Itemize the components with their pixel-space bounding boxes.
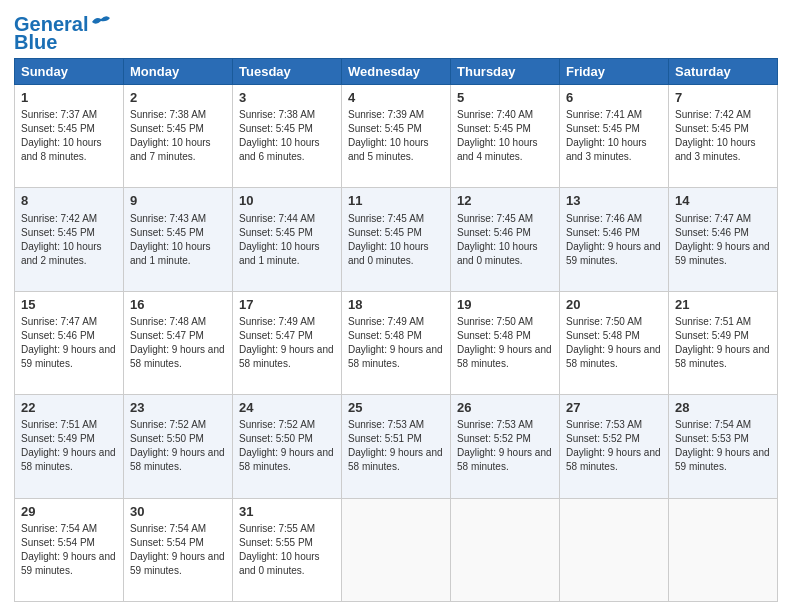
day-number: 19 xyxy=(457,296,553,314)
calendar-header-row: SundayMondayTuesdayWednesdayThursdayFrid… xyxy=(15,59,778,85)
logo-blue-text: Blue xyxy=(14,32,57,52)
sunrise-text: Sunrise: 7:55 AM xyxy=(239,523,315,534)
daylight-text: Daylight: 9 hours and 58 minutes. xyxy=(21,447,116,472)
day-number: 30 xyxy=(130,503,226,521)
sunrise-text: Sunrise: 7:53 AM xyxy=(348,419,424,430)
day-number: 26 xyxy=(457,399,553,417)
sunrise-text: Sunrise: 7:40 AM xyxy=(457,109,533,120)
day-number: 8 xyxy=(21,192,117,210)
daylight-text: Daylight: 9 hours and 59 minutes. xyxy=(675,241,770,266)
sunrise-text: Sunrise: 7:49 AM xyxy=(239,316,315,327)
sunrise-text: Sunrise: 7:45 AM xyxy=(457,213,533,224)
sunrise-text: Sunrise: 7:50 AM xyxy=(566,316,642,327)
daylight-text: Daylight: 10 hours and 1 minute. xyxy=(239,241,320,266)
calendar-cell: 8Sunrise: 7:42 AMSunset: 5:45 PMDaylight… xyxy=(15,188,124,291)
sunset-text: Sunset: 5:45 PM xyxy=(239,227,313,238)
sunrise-text: Sunrise: 7:38 AM xyxy=(130,109,206,120)
sunrise-text: Sunrise: 7:53 AM xyxy=(457,419,533,430)
calendar-week-1: 1Sunrise: 7:37 AMSunset: 5:45 PMDaylight… xyxy=(15,85,778,188)
calendar-cell: 3Sunrise: 7:38 AMSunset: 5:45 PMDaylight… xyxy=(233,85,342,188)
sunset-text: Sunset: 5:54 PM xyxy=(21,537,95,548)
day-number: 17 xyxy=(239,296,335,314)
sunrise-text: Sunrise: 7:47 AM xyxy=(21,316,97,327)
logo-bird-icon xyxy=(90,14,112,30)
calendar-cell xyxy=(451,498,560,601)
daylight-text: Daylight: 10 hours and 6 minutes. xyxy=(239,137,320,162)
sunset-text: Sunset: 5:50 PM xyxy=(239,433,313,444)
sunrise-text: Sunrise: 7:39 AM xyxy=(348,109,424,120)
daylight-text: Daylight: 9 hours and 59 minutes. xyxy=(21,344,116,369)
sunset-text: Sunset: 5:51 PM xyxy=(348,433,422,444)
daylight-text: Daylight: 9 hours and 59 minutes. xyxy=(566,241,661,266)
day-number: 2 xyxy=(130,89,226,107)
calendar-cell: 2Sunrise: 7:38 AMSunset: 5:45 PMDaylight… xyxy=(124,85,233,188)
daylight-text: Daylight: 10 hours and 0 minutes. xyxy=(348,241,429,266)
daylight-text: Daylight: 10 hours and 0 minutes. xyxy=(239,551,320,576)
daylight-text: Daylight: 10 hours and 4 minutes. xyxy=(457,137,538,162)
sunset-text: Sunset: 5:46 PM xyxy=(675,227,749,238)
daylight-text: Daylight: 9 hours and 58 minutes. xyxy=(239,447,334,472)
sunset-text: Sunset: 5:45 PM xyxy=(675,123,749,134)
sunrise-text: Sunrise: 7:53 AM xyxy=(566,419,642,430)
calendar-cell: 18Sunrise: 7:49 AMSunset: 5:48 PMDayligh… xyxy=(342,291,451,394)
sunrise-text: Sunrise: 7:37 AM xyxy=(21,109,97,120)
weekday-header-sunday: Sunday xyxy=(15,59,124,85)
calendar-cell: 27Sunrise: 7:53 AMSunset: 5:52 PMDayligh… xyxy=(560,395,669,498)
sunset-text: Sunset: 5:49 PM xyxy=(675,330,749,341)
sunset-text: Sunset: 5:52 PM xyxy=(457,433,531,444)
daylight-text: Daylight: 9 hours and 58 minutes. xyxy=(130,447,225,472)
calendar-cell: 5Sunrise: 7:40 AMSunset: 5:45 PMDaylight… xyxy=(451,85,560,188)
sunset-text: Sunset: 5:46 PM xyxy=(566,227,640,238)
sunrise-text: Sunrise: 7:51 AM xyxy=(675,316,751,327)
sunrise-text: Sunrise: 7:45 AM xyxy=(348,213,424,224)
weekday-header-saturday: Saturday xyxy=(669,59,778,85)
day-number: 9 xyxy=(130,192,226,210)
calendar-cell: 9Sunrise: 7:43 AMSunset: 5:45 PMDaylight… xyxy=(124,188,233,291)
daylight-text: Daylight: 9 hours and 58 minutes. xyxy=(239,344,334,369)
daylight-text: Daylight: 10 hours and 3 minutes. xyxy=(675,137,756,162)
header: General Blue xyxy=(14,10,778,52)
sunset-text: Sunset: 5:53 PM xyxy=(675,433,749,444)
sunset-text: Sunset: 5:54 PM xyxy=(130,537,204,548)
sunrise-text: Sunrise: 7:42 AM xyxy=(21,213,97,224)
calendar-cell: 15Sunrise: 7:47 AMSunset: 5:46 PMDayligh… xyxy=(15,291,124,394)
daylight-text: Daylight: 9 hours and 59 minutes. xyxy=(130,551,225,576)
daylight-text: Daylight: 9 hours and 58 minutes. xyxy=(457,344,552,369)
sunset-text: Sunset: 5:45 PM xyxy=(348,227,422,238)
sunset-text: Sunset: 5:45 PM xyxy=(566,123,640,134)
sunrise-text: Sunrise: 7:44 AM xyxy=(239,213,315,224)
calendar-cell: 1Sunrise: 7:37 AMSunset: 5:45 PMDaylight… xyxy=(15,85,124,188)
sunset-text: Sunset: 5:47 PM xyxy=(130,330,204,341)
calendar-cell: 10Sunrise: 7:44 AMSunset: 5:45 PMDayligh… xyxy=(233,188,342,291)
calendar-cell: 14Sunrise: 7:47 AMSunset: 5:46 PMDayligh… xyxy=(669,188,778,291)
sunset-text: Sunset: 5:46 PM xyxy=(21,330,95,341)
day-number: 16 xyxy=(130,296,226,314)
day-number: 5 xyxy=(457,89,553,107)
day-number: 28 xyxy=(675,399,771,417)
sunrise-text: Sunrise: 7:47 AM xyxy=(675,213,751,224)
day-number: 10 xyxy=(239,192,335,210)
sunset-text: Sunset: 5:52 PM xyxy=(566,433,640,444)
daylight-text: Daylight: 10 hours and 1 minute. xyxy=(130,241,211,266)
calendar-cell: 7Sunrise: 7:42 AMSunset: 5:45 PMDaylight… xyxy=(669,85,778,188)
daylight-text: Daylight: 9 hours and 58 minutes. xyxy=(348,447,443,472)
daylight-text: Daylight: 9 hours and 58 minutes. xyxy=(130,344,225,369)
daylight-text: Daylight: 9 hours and 58 minutes. xyxy=(457,447,552,472)
daylight-text: Daylight: 9 hours and 58 minutes. xyxy=(675,344,770,369)
weekday-header-thursday: Thursday xyxy=(451,59,560,85)
calendar-cell: 23Sunrise: 7:52 AMSunset: 5:50 PMDayligh… xyxy=(124,395,233,498)
calendar-cell: 13Sunrise: 7:46 AMSunset: 5:46 PMDayligh… xyxy=(560,188,669,291)
day-number: 14 xyxy=(675,192,771,210)
sunset-text: Sunset: 5:46 PM xyxy=(457,227,531,238)
sunset-text: Sunset: 5:55 PM xyxy=(239,537,313,548)
sunset-text: Sunset: 5:45 PM xyxy=(239,123,313,134)
calendar-cell: 25Sunrise: 7:53 AMSunset: 5:51 PMDayligh… xyxy=(342,395,451,498)
logo: General Blue xyxy=(14,14,112,52)
sunset-text: Sunset: 5:48 PM xyxy=(457,330,531,341)
calendar-cell: 24Sunrise: 7:52 AMSunset: 5:50 PMDayligh… xyxy=(233,395,342,498)
sunrise-text: Sunrise: 7:51 AM xyxy=(21,419,97,430)
daylight-text: Daylight: 9 hours and 59 minutes. xyxy=(675,447,770,472)
sunset-text: Sunset: 5:45 PM xyxy=(348,123,422,134)
calendar-cell: 20Sunrise: 7:50 AMSunset: 5:48 PMDayligh… xyxy=(560,291,669,394)
sunset-text: Sunset: 5:48 PM xyxy=(566,330,640,341)
